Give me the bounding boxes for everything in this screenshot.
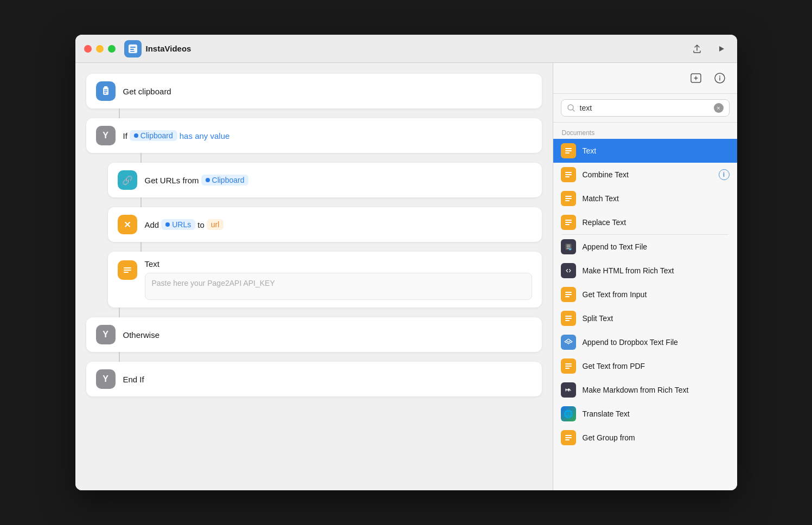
- svg-rect-37: [565, 368, 570, 369]
- result-item-combine-text[interactable]: Combine Text i: [553, 163, 737, 187]
- result-item-make-markdown[interactable]: Make Markdown from Rich Text: [553, 378, 737, 402]
- result-item-match-text[interactable]: Match Text: [553, 187, 737, 210]
- if-label: If Clipboard has any value: [123, 130, 532, 141]
- match-text-label: Match Text: [583, 194, 730, 203]
- svg-rect-9: [124, 267, 131, 268]
- replace-text-label: Replace Text: [583, 218, 730, 227]
- append-text-label: Append to Text File: [583, 242, 730, 251]
- text-placeholder: Paste here your Page2API API_KEY: [152, 279, 275, 287]
- has-any-value-text: has any value: [180, 131, 230, 140]
- svg-rect-32: [565, 316, 572, 317]
- result-item-split-text[interactable]: Split Text: [553, 306, 737, 330]
- clipboard-token[interactable]: Clipboard: [130, 130, 177, 141]
- urls-dot: [165, 222, 170, 227]
- svg-rect-35: [565, 363, 572, 364]
- get-text-input-label: Get Text from Input: [583, 290, 730, 299]
- search-clear-button[interactable]: ×: [714, 103, 724, 113]
- maximize-button[interactable]: [108, 45, 116, 53]
- export-button[interactable]: [689, 41, 705, 56]
- svg-rect-23: [565, 200, 570, 201]
- end-if-label: End If: [123, 375, 532, 384]
- minimize-button[interactable]: [96, 45, 104, 53]
- get-urls-label: Get URLs from Clipboard: [145, 175, 532, 185]
- titlebar-actions: [689, 41, 728, 56]
- content-area: Get clipboard Y If Clipboard has any val…: [75, 63, 737, 490]
- if-text: If: [123, 131, 127, 140]
- result-item-get-text-pdf[interactable]: Get Text from PDF: [553, 354, 737, 378]
- result-item-translate-text[interactable]: 🌐 Translate Text: [553, 402, 737, 426]
- append-dropbox-icon: [561, 335, 576, 350]
- result-item-get-text-input[interactable]: Get Text from Input: [553, 283, 737, 306]
- svg-rect-7: [104, 91, 107, 92]
- end-if-icon: Y: [96, 369, 116, 389]
- svg-rect-41: [565, 439, 570, 440]
- connector-5: [119, 308, 120, 317]
- if-icon: Y: [96, 126, 116, 145]
- translate-text-label: Translate Text: [583, 409, 730, 418]
- result-item-append-dropbox[interactable]: Append to Dropbox Text File: [553, 330, 737, 354]
- combine-text-info-button[interactable]: i: [719, 169, 730, 180]
- otherwise-icon: Y: [96, 325, 116, 344]
- svg-rect-2: [130, 49, 134, 50]
- play-button[interactable]: [713, 41, 728, 56]
- clipboard-icon: [96, 81, 116, 101]
- append-dropbox-label: Append to Dropbox Text File: [583, 338, 730, 347]
- workflow-item-get-urls[interactable]: 🔗 Get URLs from Clipboard: [108, 163, 542, 197]
- add-action-button[interactable]: [687, 69, 705, 87]
- make-markdown-label: Make Markdown from Rich Text: [583, 386, 730, 394]
- result-item-replace-text[interactable]: Replace Text: [553, 210, 737, 234]
- search-wrapper: ×: [561, 99, 730, 117]
- app-icon: [124, 40, 142, 57]
- main-window: InstaVideos: [75, 35, 737, 490]
- search-input[interactable]: [580, 104, 709, 112]
- otherwise-label: Otherwise: [123, 330, 532, 340]
- svg-rect-17: [565, 152, 570, 153]
- clipboard-token-2[interactable]: Clipboard: [201, 175, 249, 185]
- result-item-text[interactable]: Text: [553, 139, 737, 163]
- result-item-make-html[interactable]: Make HTML from Rich Text: [553, 259, 737, 283]
- workflow-item-get-clipboard[interactable]: Get clipboard: [86, 74, 542, 108]
- urls-token[interactable]: URLs: [161, 219, 195, 230]
- connector-6: [119, 352, 120, 362]
- get-group-label: Get Group from: [583, 433, 730, 442]
- svg-rect-39: [565, 435, 572, 436]
- close-button[interactable]: [84, 45, 92, 53]
- svg-rect-20: [565, 176, 570, 177]
- svg-rect-34: [565, 320, 570, 321]
- url-icon: 🔗: [118, 170, 137, 190]
- result-item-append-text[interactable]: Append to Text File: [553, 235, 737, 259]
- svg-rect-40: [565, 437, 572, 438]
- workflow-item-end-if[interactable]: Y End If: [86, 362, 542, 396]
- svg-rect-18: [565, 172, 572, 173]
- add-label: Add URLs to url: [145, 219, 532, 230]
- get-clipboard-label: Get clipboard: [123, 87, 532, 96]
- text-icon: [118, 260, 137, 280]
- svg-rect-36: [565, 366, 572, 367]
- workflow-item-add[interactable]: ✕ Add URLs to url: [108, 207, 542, 242]
- text-result-label: Text: [583, 146, 730, 155]
- info-button[interactable]: [711, 69, 728, 87]
- get-urls-text: Get URLs from: [145, 176, 199, 185]
- connector-2: [140, 153, 142, 163]
- titlebar: InstaVideos: [75, 35, 737, 63]
- make-markdown-icon: [561, 382, 576, 398]
- svg-rect-30: [565, 294, 572, 295]
- url-var-token[interactable]: url: [207, 219, 224, 230]
- text-body[interactable]: Paste here your Page2API API_KEY: [145, 273, 532, 300]
- svg-rect-29: [565, 292, 572, 293]
- combine-text-icon: [561, 167, 576, 182]
- connector-1: [119, 108, 120, 118]
- svg-rect-22: [565, 198, 572, 199]
- svg-rect-8: [104, 93, 106, 94]
- svg-rect-11: [124, 272, 129, 273]
- workflow-item-if[interactable]: Y If Clipboard has any value: [86, 118, 542, 153]
- svg-rect-33: [565, 318, 572, 319]
- svg-rect-31: [565, 296, 570, 297]
- make-html-icon: [561, 263, 576, 278]
- workflow-item-text[interactable]: Text Paste here your Page2API API_KEY: [108, 252, 542, 308]
- result-item-get-group[interactable]: Get Group from: [553, 426, 737, 450]
- workflow-item-otherwise[interactable]: Y Otherwise: [86, 317, 542, 352]
- svg-rect-25: [565, 222, 572, 223]
- connector-4: [140, 242, 142, 252]
- right-panel: × Documents Text: [553, 63, 737, 490]
